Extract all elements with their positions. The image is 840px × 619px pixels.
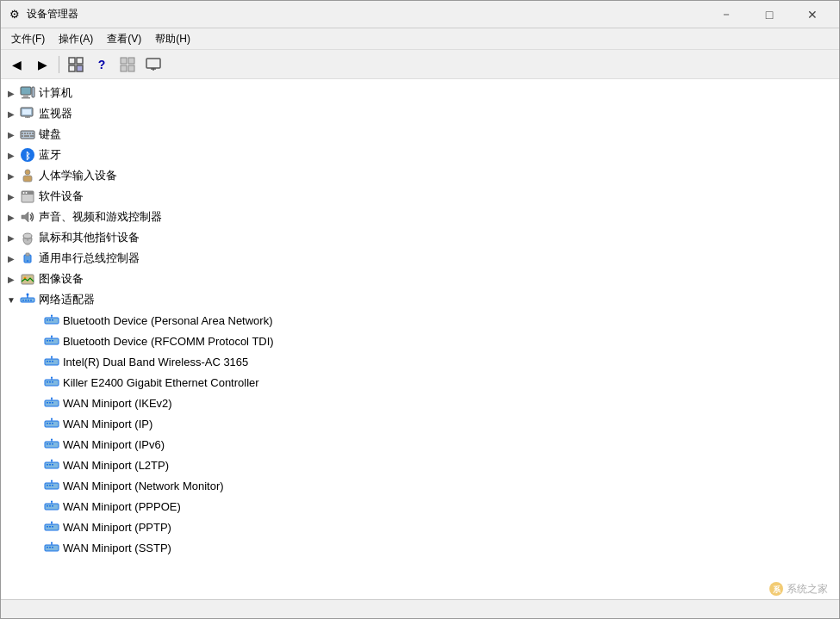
svg-rect-16 xyxy=(22,109,31,115)
status-bar: 系 系统之家 xyxy=(1,599,839,618)
menu-help[interactable]: 帮助(H) xyxy=(148,30,197,48)
tree-child-wan-pppoe[interactable]: WAN Miniport (PPPOE) xyxy=(1,496,839,517)
expand-network[interactable]: ▼ xyxy=(4,293,18,306)
watermark-icon: 系 xyxy=(768,581,784,597)
human-input-label: 人体学输入设备 xyxy=(39,168,117,183)
toolbar: ◀ ▶ ? xyxy=(1,50,839,79)
svg-rect-104 xyxy=(52,485,53,486)
intel-wifi-label: Intel(R) Dual Band Wireless-AC 3165 xyxy=(63,356,248,368)
wan-pppoe-label: WAN Miniport (PPPOE) xyxy=(63,500,181,513)
forward-button[interactable]: ▶ xyxy=(30,53,54,76)
svg-rect-74 xyxy=(52,381,53,383)
back-button[interactable]: ◀ xyxy=(4,53,28,76)
computer-icon xyxy=(20,85,35,101)
tree-item-computer[interactable]: ▶ 计算机 xyxy=(1,83,839,103)
expand-mouse[interactable]: ▶ xyxy=(4,231,18,245)
tree-child-wan-netmon[interactable]: WAN Miniport (Network Monitor) xyxy=(1,475,839,496)
minimize-button[interactable]: － xyxy=(706,2,746,28)
expand-image[interactable]: ▶ xyxy=(4,272,18,286)
tree-item-monitor[interactable]: ▶ 监视器 xyxy=(1,103,839,124)
svg-rect-110 xyxy=(52,505,53,507)
maximize-button[interactable]: □ xyxy=(750,2,789,28)
tree-child-wan-sstp[interactable]: WAN Miniport (SSTP) xyxy=(1,537,839,558)
tree-item-human-input[interactable]: ▶ 人体学输入设备 xyxy=(1,165,839,186)
svg-rect-25 xyxy=(22,135,23,137)
svg-rect-13 xyxy=(22,97,30,99)
svg-marker-36 xyxy=(22,212,28,222)
network-adapter-icon-3 xyxy=(44,354,59,369)
svg-rect-14 xyxy=(32,87,34,97)
title-bar: ⚙ 设备管理器 － □ ✕ xyxy=(1,1,839,28)
svg-rect-60 xyxy=(47,340,48,342)
svg-rect-62 xyxy=(52,340,53,342)
tree-child-wan-ip[interactable]: WAN Miniport (IP) xyxy=(1,413,839,434)
network-adapter-icon-6 xyxy=(44,416,59,431)
sound-label: 声音、视频和游戏控制器 xyxy=(39,209,162,225)
expand-serial[interactable]: ▶ xyxy=(4,251,18,265)
svg-rect-121 xyxy=(49,547,51,548)
svg-point-94 xyxy=(51,439,53,441)
svg-rect-19 xyxy=(21,131,34,139)
bluetooth-rfcomm-label: Bluetooth Device (RFCOMM Protocol TDI) xyxy=(63,335,274,348)
expand-computer[interactable]: ▶ xyxy=(4,86,18,100)
tree-item-network[interactable]: ▼ 网络适配器 xyxy=(1,289,839,310)
show-hidden-icon xyxy=(68,57,84,72)
svg-rect-114 xyxy=(47,526,48,528)
expand-monitor[interactable]: ▶ xyxy=(4,107,18,121)
tree-child-intel-wifi[interactable]: Intel(R) Dual Band Wireless-AC 3165 xyxy=(1,351,839,372)
svg-rect-5 xyxy=(128,58,134,64)
device-manager-window: ⚙ 设备管理器 － □ ✕ 文件(F) 操作(A) 查看(V) 帮助(H) ◀ … xyxy=(0,0,840,619)
expand-software[interactable]: ▶ xyxy=(4,189,18,203)
tree-item-sound[interactable]: ▶ 声音、视频和游戏控制器 xyxy=(1,207,839,227)
monitor-button[interactable] xyxy=(141,53,165,76)
monitor-icon xyxy=(20,106,35,121)
tree-item-serial[interactable]: ▶ 通用串行总线控制器 xyxy=(1,248,839,269)
network-adapter-icon-10 xyxy=(44,498,59,514)
tree-item-keyboard[interactable]: ▶ 键盘 xyxy=(1,124,839,145)
tree-item-software[interactable]: ▶ 软件设备 xyxy=(1,186,839,207)
svg-point-35 xyxy=(26,192,28,194)
svg-rect-91 xyxy=(49,443,51,445)
tree-item-image[interactable]: ▶ 图像设备 xyxy=(1,269,839,289)
tree-child-wan-pptp[interactable]: WAN Miniport (PPTP) xyxy=(1,517,839,537)
expand-bluetooth[interactable]: ▶ xyxy=(4,148,18,162)
tree-child-bluetooth-pan[interactable]: Bluetooth Device (Personal Area Network) xyxy=(1,310,839,331)
svg-rect-21 xyxy=(24,133,26,134)
menu-file[interactable]: 文件(F) xyxy=(4,30,52,48)
tree-child-wan-l2tp[interactable]: WAN Miniport (L2TP) xyxy=(1,455,839,475)
network-icon xyxy=(20,292,35,307)
menu-action[interactable]: 操作(A) xyxy=(52,30,100,48)
tree-child-wan-ikev2[interactable]: WAN Miniport (IKEv2) xyxy=(1,393,839,413)
svg-rect-0 xyxy=(69,58,75,64)
tree-child-wan-ipv6[interactable]: WAN Miniport (IPv6) xyxy=(1,434,839,455)
svg-rect-48 xyxy=(25,300,27,301)
tree-item-mouse[interactable]: ▶ 鼠标和其他指针设备 xyxy=(1,227,839,248)
network-adapter-icon-12 xyxy=(44,540,59,555)
svg-point-58 xyxy=(51,315,53,317)
svg-rect-54 xyxy=(47,319,48,321)
expand-human-input[interactable]: ▶ xyxy=(4,169,18,183)
show-hidden-button[interactable] xyxy=(64,53,88,76)
properties-button[interactable] xyxy=(115,53,140,76)
expand-sound[interactable]: ▶ xyxy=(4,210,18,224)
svg-rect-109 xyxy=(49,505,51,507)
title-controls: － □ ✕ xyxy=(706,2,832,28)
svg-rect-115 xyxy=(49,526,51,528)
svg-text:ᛒ: ᛒ xyxy=(25,151,31,161)
wan-l2tp-label: WAN Miniport (L2TP) xyxy=(63,459,169,472)
device-tree[interactable]: ▶ 计算机 ▶ 监视器 ▶ 键盘 xyxy=(1,79,839,599)
svg-point-52 xyxy=(27,294,29,296)
expand-keyboard[interactable]: ▶ xyxy=(4,127,18,141)
tree-child-killer-ethernet[interactable]: Killer E2400 Gigabit Ethernet Controller xyxy=(1,372,839,393)
help-button[interactable]: ? xyxy=(90,53,114,76)
svg-rect-56 xyxy=(52,319,53,321)
properties-icon xyxy=(120,57,135,72)
menu-view[interactable]: 查看(V) xyxy=(100,30,148,48)
svg-rect-7 xyxy=(128,65,134,71)
human-input-icon xyxy=(20,168,35,183)
close-button[interactable]: ✕ xyxy=(793,2,832,28)
tree-child-bluetooth-rfcomm[interactable]: Bluetooth Device (RFCOMM Protocol TDI) xyxy=(1,331,839,351)
svg-rect-6 xyxy=(121,65,127,71)
svg-rect-103 xyxy=(49,485,51,486)
tree-item-bluetooth[interactable]: ▶ ᛒ 蓝牙 xyxy=(1,145,839,165)
